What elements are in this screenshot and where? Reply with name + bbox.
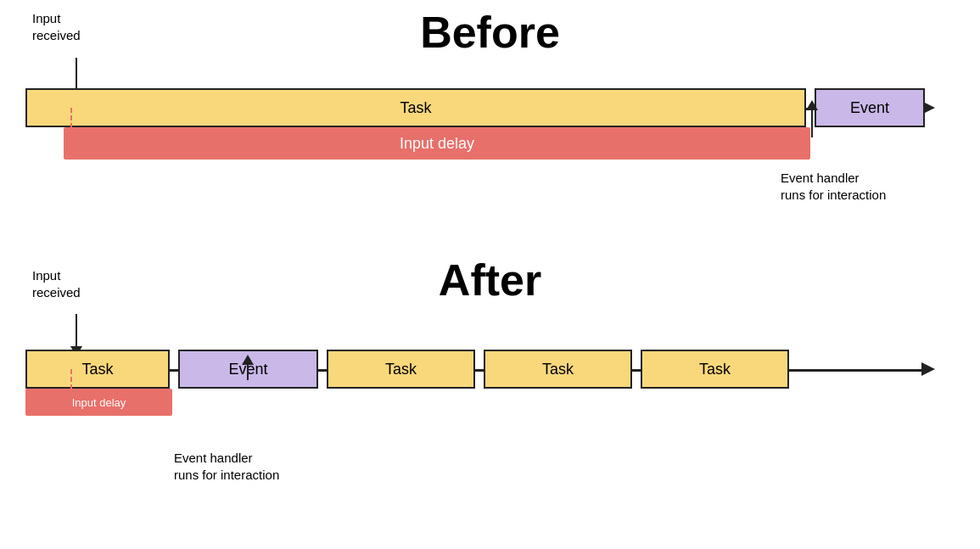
before-task-block: Task [25, 88, 806, 127]
before-event-arrow [806, 100, 818, 137]
before-title: Before [0, 7, 980, 58]
before-event-handler-label: Event handler runs for interaction [781, 170, 886, 203]
before-input-received-label: Input received [32, 10, 81, 43]
after-event-arrow [242, 355, 254, 380]
after-input-received-label: Input received [32, 267, 81, 300]
after-task4-block: Task [641, 350, 789, 389]
before-input-delay-block: Input delay [64, 127, 810, 160]
after-task1-block: Task [25, 350, 170, 389]
after-task2-block: Task [327, 350, 475, 389]
after-dashed-line [70, 369, 72, 389]
before-dashed-line [70, 108, 72, 128]
diagram-container: Before Input received Task Event Input d… [0, 0, 980, 549]
after-title: After [0, 255, 980, 305]
after-input-delay-block: Input delay [25, 389, 172, 416]
before-event-block: Event [815, 88, 925, 127]
after-timeline-arrow [921, 362, 935, 376]
after-event-handler-label: Event handler runs for interaction [174, 450, 279, 483]
after-task3-block: Task [484, 350, 632, 389]
